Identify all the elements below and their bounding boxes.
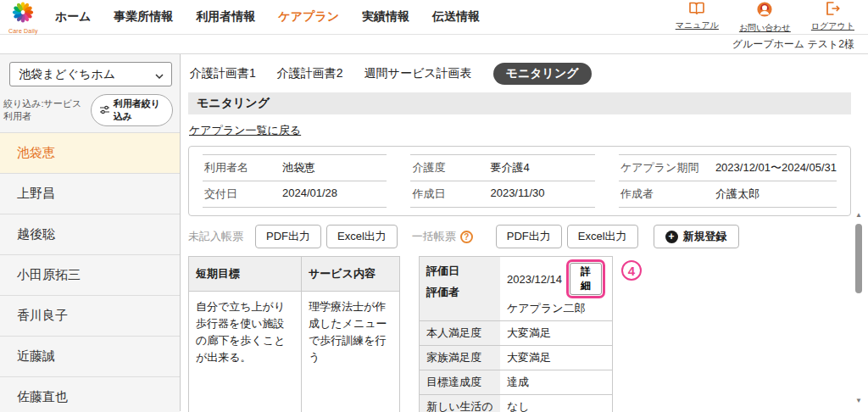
- main-content: 介護計画書1 介護計画書2 週間サービス計画表 モニタリング モニタリング ケア…: [181, 54, 868, 411]
- contact-headset-icon: [756, 1, 773, 21]
- evaluator-value: ケアプラン二郎: [507, 301, 605, 316]
- row-value: 大変満足: [500, 321, 612, 345]
- help-icon[interactable]: ?: [460, 231, 473, 243]
- row-label: 本人満足度: [420, 321, 500, 345]
- list-item-user[interactable]: 上野昌: [0, 174, 180, 214]
- app-header: Care Daily ホーム 事業所情報 利用者情報 ケアプラン 実績情報 伝送…: [0, 0, 868, 35]
- tab-weekly-service-plan[interactable]: 週間サービス計画表: [364, 66, 472, 81]
- manual-link-label: マニュアル: [676, 19, 719, 31]
- info-value: 2024/01/28: [282, 187, 337, 202]
- info-label: 作成日: [412, 187, 490, 202]
- row-value: なし: [500, 395, 612, 412]
- list-item-user[interactable]: 越後聡: [0, 214, 180, 255]
- plus-circle-icon: [665, 231, 678, 243]
- list-item-user[interactable]: 近藤誠: [0, 337, 180, 377]
- info-value: 池袋恵: [282, 160, 315, 175]
- column-header-short-term-goal: 短期目標: [189, 257, 302, 291]
- nav-item-care-plan[interactable]: ケアプラン: [278, 9, 339, 25]
- row-label: 家族満足度: [420, 346, 500, 370]
- contact-link-label: お問い合わせ: [739, 22, 791, 34]
- row-value: 達成: [500, 370, 612, 394]
- info-value: 2023/12/01〜2024/05/31: [715, 160, 837, 175]
- app-logo[interactable]: Care Daily: [8, 1, 38, 34]
- pdf-export-button[interactable]: PDF出力: [255, 225, 321, 248]
- care-plan-info-box: 利用者名 池袋恵 交付日 2024/01/28 介護度 要介護4 作成日 202…: [188, 146, 851, 216]
- new-registration-button-label: 新規登録: [683, 229, 727, 244]
- scrollbar-thumb[interactable]: [855, 224, 862, 293]
- care-daily-flower-icon: [8, 1, 37, 27]
- filter-description-label: 絞り込み:サービス利用者: [3, 97, 91, 123]
- chevron-down-icon: [155, 68, 164, 81]
- utility-links: マニュアル お問い合わせ ログア: [676, 1, 854, 34]
- brand-name: Care Daily: [8, 28, 38, 34]
- info-label: ケアプラン期間: [620, 160, 715, 175]
- batch-report-label: 一括帳票: [412, 229, 456, 244]
- contact-link[interactable]: お問い合わせ: [739, 1, 791, 34]
- nav-item-transmission[interactable]: 伝送情報: [432, 9, 480, 25]
- list-item-user[interactable]: 小田原拓三: [0, 255, 180, 296]
- main-nav: ホーム 事業所情報 利用者情報 ケアプラン 実績情報 伝送情報: [55, 9, 480, 25]
- account-name: グループホーム テスト2様: [732, 37, 854, 52]
- user-filter-button[interactable]: 利用者絞り込み: [91, 94, 173, 126]
- list-item-user[interactable]: 香川良子: [0, 296, 180, 337]
- logout-icon: [825, 1, 841, 19]
- row-label: 新しい生活の課題: [420, 395, 500, 412]
- report-toolbar: 未記入帳票 PDF出力 Excel出力 一括帳票 ? PDF出力 Excel出力…: [188, 225, 851, 248]
- vertical-scrollbar[interactable]: [853, 212, 865, 404]
- service-content-text: 理学療法士が作成したメニューで歩行訓練を行う: [302, 292, 399, 412]
- info-label: 介護度: [412, 160, 490, 175]
- nav-item-user-info[interactable]: 利用者情報: [196, 9, 255, 25]
- scrollbar-down-arrow[interactable]: [855, 398, 862, 404]
- info-value: 要介護4: [490, 160, 529, 175]
- info-value: 2023/11/30: [490, 187, 544, 202]
- facility-select-value: 池袋まどぐちホム: [19, 67, 115, 82]
- info-label: 交付日: [204, 187, 282, 202]
- unfilled-report-label: 未記入帳票: [188, 229, 243, 244]
- new-registration-button[interactable]: 新規登録: [654, 225, 739, 248]
- page-title: モニタリング: [188, 92, 851, 114]
- manual-link[interactable]: マニュアル: [676, 1, 719, 34]
- excel-export-button[interactable]: Excel出力: [326, 225, 398, 248]
- manual-book-icon: [688, 1, 705, 19]
- evaluation-date-value: 2023/12/14: [507, 273, 562, 286]
- user-list: 池袋恵 上野昌 越後聡 小田原拓三 香川良子 近藤誠 佐藤直也: [0, 132, 180, 412]
- row-label: 目標達成度: [420, 370, 500, 394]
- goal-service-table: 短期目標 サービス内容 自分で立ち上がり歩行器を使い施設の廊下を歩くことが出来る…: [188, 256, 400, 412]
- batch-pdf-export-button[interactable]: PDF出力: [496, 225, 562, 248]
- detail-annotation-highlight: 詳細: [566, 259, 605, 298]
- user-filter-button-label: 利用者絞り込み: [114, 97, 164, 123]
- tab-care-plan-2[interactable]: 介護計画書2: [277, 66, 343, 81]
- short-term-goal-text: 自分で立ち上がり歩行器を使い施設の廊下を歩くことが出来る。: [189, 292, 302, 412]
- nav-item-office-info[interactable]: 事業所情報: [114, 9, 173, 25]
- logout-link[interactable]: ログアウト: [811, 1, 854, 34]
- info-label: 作成者: [620, 187, 715, 202]
- sub-header: グループホーム テスト2様: [0, 35, 868, 54]
- sidebar: 池袋まどぐちホム 絞り込み:サービス利用者 利用者絞り込み 池袋恵 上野昌: [0, 54, 181, 411]
- nav-item-results[interactable]: 実績情報: [362, 9, 409, 25]
- nav-item-home[interactable]: ホーム: [55, 9, 92, 25]
- annotation-number-4: 4: [621, 260, 642, 281]
- scrollbar-up-arrow[interactable]: [855, 212, 862, 219]
- info-label: 利用者名: [204, 160, 282, 175]
- evaluation-table: 評価日 評価者 2023/12/14 詳細 ケアプラン二郎: [419, 256, 613, 412]
- info-value: 介護太郎: [715, 187, 760, 202]
- column-header-service-content: サービス内容: [302, 257, 382, 291]
- logout-link-label: ログアウト: [811, 20, 854, 32]
- tab-monitoring[interactable]: モニタリング: [493, 63, 592, 85]
- detail-button[interactable]: 詳細: [570, 263, 602, 295]
- evaluation-date-label: 評価日: [426, 265, 493, 276]
- back-to-care-plan-list-link[interactable]: ケアプラン一覧に戻る: [189, 123, 301, 138]
- batch-excel-export-button[interactable]: Excel出力: [567, 225, 638, 248]
- evaluator-label: 評価者: [426, 287, 493, 298]
- list-item-user[interactable]: 池袋恵: [0, 133, 180, 174]
- facility-select[interactable]: 池袋まどぐちホム: [9, 62, 172, 86]
- care-plan-tabs: 介護計画書1 介護計画書2 週間サービス計画表 モニタリング: [190, 63, 851, 85]
- row-value: 大変満足: [500, 346, 612, 370]
- filter-sliders-icon: [99, 105, 110, 116]
- tab-care-plan-1[interactable]: 介護計画書1: [190, 66, 256, 81]
- list-item-user[interactable]: 佐藤直也: [0, 377, 180, 412]
